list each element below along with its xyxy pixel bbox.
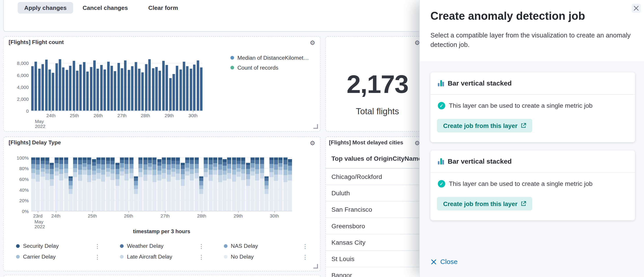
kibana-dashboard: Apply changes Cancel changes Clear form … <box>0 0 644 277</box>
table-row[interactable]: San Francisco <box>326 201 429 218</box>
legend-item[interactable]: Median of DistanceKilomet… <box>230 55 309 61</box>
legend-color-dot <box>120 255 124 258</box>
flight-count-xaxis: 24th25th26th27th28th29th30th <box>31 111 202 130</box>
legend-item[interactable]: NAS Delay ⋮ <box>224 243 308 249</box>
delay-type-xaxis: 23rd24th25th26th27th28th29th30th <box>31 211 292 230</box>
flight-count-legend: Median of DistanceKilomet… Count of reco… <box>230 55 309 71</box>
panel-delay-type: [Flights] Delay Type ⚙ 0%20%40%60%80%100… <box>3 136 321 271</box>
card-divider <box>430 94 635 95</box>
table-row[interactable]: St Louis <box>326 251 429 267</box>
layer-compatibility-message: This layer can be used to create a singl… <box>449 180 593 187</box>
x-axis-title: timestamp per 3 hours <box>31 228 292 234</box>
layer-card: Bar vertical stacked ✓ This layer can be… <box>430 72 635 142</box>
table-row[interactable]: Chicago/Rockford <box>326 169 429 185</box>
bar-chart-icon <box>438 80 444 86</box>
legend-label: Median of DistanceKilomet… <box>238 55 309 61</box>
bar-chart-icon <box>438 158 444 164</box>
apply-changes-button[interactable]: Apply changes <box>18 2 73 14</box>
x-axis-start-date: May 2022 <box>35 119 46 129</box>
layer-title: Bar vertical stacked <box>448 79 512 87</box>
legend-color-dot <box>16 244 20 248</box>
layer-compatibility-message: This layer can be used to create a singl… <box>449 102 593 109</box>
legend-label: Late Aircraft Delay <box>127 254 172 260</box>
legend-label: Carrier Delay <box>23 254 56 260</box>
legend-label: No Delay <box>231 254 254 260</box>
card-divider <box>430 172 635 173</box>
check-icon: ✓ <box>438 102 445 109</box>
close-icon <box>634 6 638 11</box>
legend-label: Security Delay <box>23 243 59 249</box>
legend-color-dot <box>224 255 227 258</box>
legend-item[interactable]: Security Delay ⋮ <box>16 243 100 249</box>
panel-resize-handle[interactable] <box>314 124 318 129</box>
legend-color-dot <box>230 56 234 60</box>
cities-table: Chicago/Rockford Duluth San Francisco Gr… <box>326 169 429 277</box>
clear-form-button[interactable]: Clear form <box>148 2 178 14</box>
panel-most-delayed-cities: [Flights] Most delayed cities ⚙ Top valu… <box>325 136 430 277</box>
external-link-icon <box>521 123 526 128</box>
flight-count-yaxis: 02,0004,0006,0008,000 <box>4 58 31 110</box>
legend-options-icon[interactable]: ⋮ <box>302 254 308 260</box>
panel-title[interactable]: [Flights] Flight count <box>8 39 64 45</box>
panel-flight-count: [Flights] Flight count ⚙ 02,0004,0006,00… <box>3 36 321 132</box>
create-anomaly-job-flyout: Create anomaly detection job Select a co… <box>419 0 644 277</box>
total-flights-value: 2,173 <box>326 70 429 99</box>
table-column-header[interactable]: Top values of OriginCityName <box>332 155 422 162</box>
panel-settings-gear-icon[interactable]: ⚙ <box>308 139 317 147</box>
delay-type-legend: Security Delay ⋮ Weather Delay ⋮ NAS Del… <box>16 243 308 260</box>
legend-item[interactable]: Carrier Delay ⋮ <box>16 254 100 260</box>
table-row[interactable]: Duluth <box>326 185 429 201</box>
check-icon: ✓ <box>438 180 445 187</box>
legend-color-dot <box>16 255 20 258</box>
panel-total-flights: ⚙ 2,173 Total flights <box>325 36 430 132</box>
legend-item[interactable]: Weather Delay ⋮ <box>120 243 204 249</box>
table-row[interactable]: Greensboro <box>326 218 429 234</box>
table-row[interactable]: Kansas City <box>326 234 429 251</box>
layer-title: Bar vertical stacked <box>448 158 512 165</box>
legend-item[interactable]: Late Aircraft Delay ⋮ <box>120 254 204 260</box>
table-row[interactable]: Bangor <box>326 267 429 277</box>
cancel-changes-button[interactable]: Cancel changes <box>82 2 128 14</box>
close-icon <box>431 259 436 265</box>
flyout-close-footer-button[interactable]: Close <box>431 258 458 265</box>
flyout-close-button[interactable] <box>632 4 641 13</box>
legend-item[interactable]: Count of records <box>230 65 309 71</box>
legend-options-icon[interactable]: ⋮ <box>94 254 100 260</box>
delay-type-plot[interactable] <box>31 158 292 211</box>
x-axis-start-date: May 2022 <box>34 219 45 229</box>
panel-title[interactable]: [Flights] Most delayed cities <box>329 139 403 145</box>
panel-partial-bottom <box>3 275 321 277</box>
panel-resize-handle[interactable] <box>314 264 318 268</box>
create-job-button[interactable]: Create job from this layer <box>437 119 532 132</box>
legend-options-icon[interactable]: ⋮ <box>94 243 100 249</box>
flyout-description: Select a compatible layer from the visua… <box>430 31 636 49</box>
total-flights-label: Total flights <box>326 106 429 116</box>
legend-options-icon[interactable]: ⋮ <box>198 254 204 260</box>
legend-label: Count of records <box>238 65 278 71</box>
legend-color-dot <box>230 66 234 69</box>
flyout-body: Bar vertical stacked ✓ This layer can be… <box>420 62 644 277</box>
layer-card: Bar vertical stacked ✓ This layer can be… <box>430 150 635 220</box>
panel-settings-gear-icon[interactable]: ⚙ <box>308 38 317 47</box>
legend-item[interactable]: No Delay ⋮ <box>224 254 308 260</box>
panel-title[interactable]: [Flights] Delay Type <box>8 139 61 145</box>
legend-options-icon[interactable]: ⋮ <box>302 243 308 249</box>
legend-color-dot <box>120 244 124 248</box>
legend-label: NAS Delay <box>231 243 258 249</box>
flight-count-plot[interactable] <box>31 58 202 111</box>
create-job-button[interactable]: Create job from this layer <box>437 197 532 210</box>
flyout-title: Create anomaly detection job <box>430 10 585 23</box>
legend-label: Weather Delay <box>127 243 164 249</box>
delay-type-yaxis: 0%20%40%60%80%100% <box>4 158 31 211</box>
legend-color-dot <box>224 244 227 248</box>
legend-options-icon[interactable]: ⋮ <box>198 243 204 249</box>
external-link-icon <box>521 201 526 206</box>
